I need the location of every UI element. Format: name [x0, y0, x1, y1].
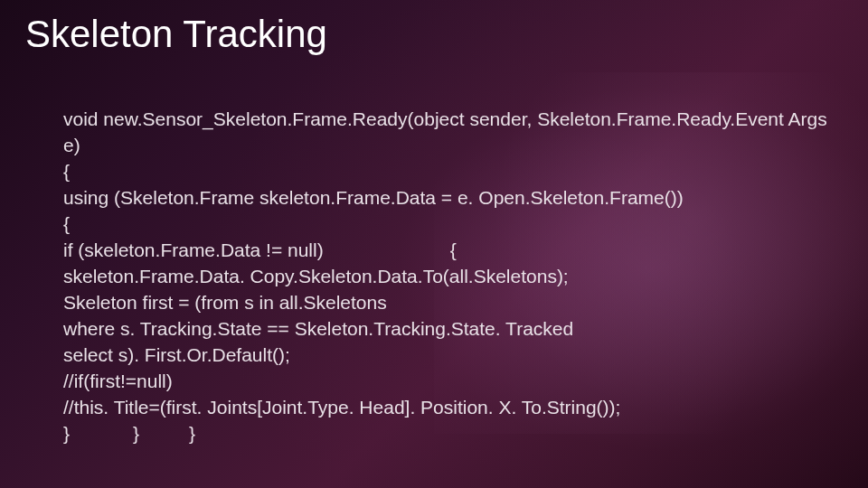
- code-line: Skeleton first = (from s in all.Skeleton…: [63, 290, 832, 316]
- code-line: {: [63, 159, 832, 185]
- code-text: }: [189, 423, 195, 444]
- code-text: {: [450, 239, 457, 260]
- code-text: if (skeleton.Frame.Data != null): [63, 239, 324, 260]
- code-block: void new.Sensor_Skeleton.Frame.Ready(obj…: [63, 107, 832, 447]
- code-line: skeleton.Frame.Data. Copy.Skeleton.Data.…: [63, 264, 832, 290]
- code-line: using (Skeleton.Frame skeleton.Frame.Dat…: [63, 185, 832, 211]
- code-text: }: [63, 423, 70, 444]
- code-line: {: [63, 211, 832, 238]
- code-line: select s). First.Or.Default();: [63, 343, 832, 369]
- code-line: if (skeleton.Frame.Data != null){: [63, 238, 832, 264]
- code-line: //this. Title=(first. Joints[Joint.Type.…: [63, 395, 832, 421]
- code-line: }}}: [63, 421, 832, 447]
- code-line: void new.Sensor_Skeleton.Frame.Ready(obj…: [63, 107, 832, 159]
- code-line: //if(first!=null): [63, 369, 832, 395]
- slide-title: Skeleton Tracking: [25, 13, 327, 56]
- code-line: where s. Tracking.State == Skeleton.Trac…: [63, 316, 832, 343]
- code-text: }: [133, 423, 139, 444]
- slide: Skeleton Tracking void new.Sensor_Skelet…: [0, 0, 868, 488]
